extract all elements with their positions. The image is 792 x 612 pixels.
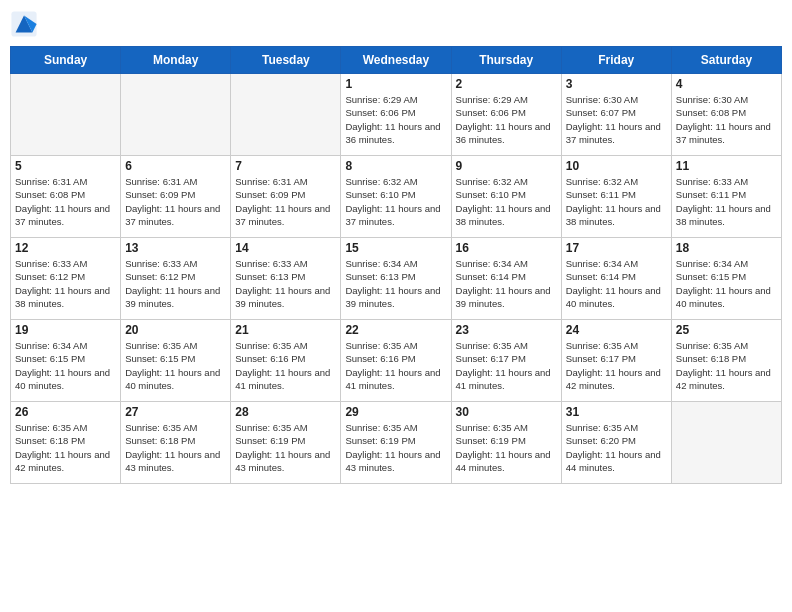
day-cell-19: 19Sunrise: 6:34 AM Sunset: 6:15 PM Dayli… <box>11 320 121 402</box>
day-cell-24: 24Sunrise: 6:35 AM Sunset: 6:17 PM Dayli… <box>561 320 671 402</box>
day-cell-13: 13Sunrise: 6:33 AM Sunset: 6:12 PM Dayli… <box>121 238 231 320</box>
day-number: 29 <box>345 405 446 419</box>
day-cell-14: 14Sunrise: 6:33 AM Sunset: 6:13 PM Dayli… <box>231 238 341 320</box>
week-row-4: 26Sunrise: 6:35 AM Sunset: 6:18 PM Dayli… <box>11 402 782 484</box>
header-row: SundayMondayTuesdayWednesdayThursdayFrid… <box>11 47 782 74</box>
day-number: 30 <box>456 405 557 419</box>
day-number: 16 <box>456 241 557 255</box>
cell-info: Sunrise: 6:31 AM Sunset: 6:09 PM Dayligh… <box>235 175 336 228</box>
day-number: 17 <box>566 241 667 255</box>
day-number: 15 <box>345 241 446 255</box>
cell-info: Sunrise: 6:35 AM Sunset: 6:18 PM Dayligh… <box>125 421 226 474</box>
day-cell-31: 31Sunrise: 6:35 AM Sunset: 6:20 PM Dayli… <box>561 402 671 484</box>
day-number: 19 <box>15 323 116 337</box>
day-number: 14 <box>235 241 336 255</box>
logo-icon <box>10 10 38 38</box>
week-row-1: 5Sunrise: 6:31 AM Sunset: 6:08 PM Daylig… <box>11 156 782 238</box>
cell-info: Sunrise: 6:32 AM Sunset: 6:11 PM Dayligh… <box>566 175 667 228</box>
day-number: 23 <box>456 323 557 337</box>
cell-info: Sunrise: 6:35 AM Sunset: 6:17 PM Dayligh… <box>566 339 667 392</box>
empty-cell <box>11 74 121 156</box>
day-cell-1: 1Sunrise: 6:29 AM Sunset: 6:06 PM Daylig… <box>341 74 451 156</box>
empty-cell <box>121 74 231 156</box>
day-number: 6 <box>125 159 226 173</box>
cell-info: Sunrise: 6:34 AM Sunset: 6:15 PM Dayligh… <box>15 339 116 392</box>
day-cell-6: 6Sunrise: 6:31 AM Sunset: 6:09 PM Daylig… <box>121 156 231 238</box>
day-cell-27: 27Sunrise: 6:35 AM Sunset: 6:18 PM Dayli… <box>121 402 231 484</box>
day-cell-3: 3Sunrise: 6:30 AM Sunset: 6:07 PM Daylig… <box>561 74 671 156</box>
day-header-sunday: Sunday <box>11 47 121 74</box>
day-number: 31 <box>566 405 667 419</box>
day-cell-23: 23Sunrise: 6:35 AM Sunset: 6:17 PM Dayli… <box>451 320 561 402</box>
day-cell-2: 2Sunrise: 6:29 AM Sunset: 6:06 PM Daylig… <box>451 74 561 156</box>
cell-info: Sunrise: 6:29 AM Sunset: 6:06 PM Dayligh… <box>345 93 446 146</box>
day-header-monday: Monday <box>121 47 231 74</box>
cell-info: Sunrise: 6:35 AM Sunset: 6:15 PM Dayligh… <box>125 339 226 392</box>
week-row-0: 1Sunrise: 6:29 AM Sunset: 6:06 PM Daylig… <box>11 74 782 156</box>
cell-info: Sunrise: 6:30 AM Sunset: 6:07 PM Dayligh… <box>566 93 667 146</box>
day-cell-10: 10Sunrise: 6:32 AM Sunset: 6:11 PM Dayli… <box>561 156 671 238</box>
day-cell-15: 15Sunrise: 6:34 AM Sunset: 6:13 PM Dayli… <box>341 238 451 320</box>
cell-info: Sunrise: 6:35 AM Sunset: 6:19 PM Dayligh… <box>235 421 336 474</box>
day-number: 9 <box>456 159 557 173</box>
day-cell-21: 21Sunrise: 6:35 AM Sunset: 6:16 PM Dayli… <box>231 320 341 402</box>
day-cell-5: 5Sunrise: 6:31 AM Sunset: 6:08 PM Daylig… <box>11 156 121 238</box>
day-number: 12 <box>15 241 116 255</box>
day-cell-28: 28Sunrise: 6:35 AM Sunset: 6:19 PM Dayli… <box>231 402 341 484</box>
day-cell-26: 26Sunrise: 6:35 AM Sunset: 6:18 PM Dayli… <box>11 402 121 484</box>
cell-info: Sunrise: 6:34 AM Sunset: 6:15 PM Dayligh… <box>676 257 777 310</box>
day-number: 22 <box>345 323 446 337</box>
day-number: 27 <box>125 405 226 419</box>
day-number: 21 <box>235 323 336 337</box>
empty-cell <box>671 402 781 484</box>
day-number: 13 <box>125 241 226 255</box>
day-cell-22: 22Sunrise: 6:35 AM Sunset: 6:16 PM Dayli… <box>341 320 451 402</box>
day-cell-20: 20Sunrise: 6:35 AM Sunset: 6:15 PM Dayli… <box>121 320 231 402</box>
cell-info: Sunrise: 6:33 AM Sunset: 6:12 PM Dayligh… <box>15 257 116 310</box>
day-cell-17: 17Sunrise: 6:34 AM Sunset: 6:14 PM Dayli… <box>561 238 671 320</box>
cell-info: Sunrise: 6:29 AM Sunset: 6:06 PM Dayligh… <box>456 93 557 146</box>
day-number: 20 <box>125 323 226 337</box>
day-number: 5 <box>15 159 116 173</box>
cell-info: Sunrise: 6:35 AM Sunset: 6:20 PM Dayligh… <box>566 421 667 474</box>
cell-info: Sunrise: 6:32 AM Sunset: 6:10 PM Dayligh… <box>345 175 446 228</box>
cell-info: Sunrise: 6:31 AM Sunset: 6:09 PM Dayligh… <box>125 175 226 228</box>
day-cell-29: 29Sunrise: 6:35 AM Sunset: 6:19 PM Dayli… <box>341 402 451 484</box>
day-cell-16: 16Sunrise: 6:34 AM Sunset: 6:14 PM Dayli… <box>451 238 561 320</box>
day-cell-9: 9Sunrise: 6:32 AM Sunset: 6:10 PM Daylig… <box>451 156 561 238</box>
day-header-thursday: Thursday <box>451 47 561 74</box>
cell-info: Sunrise: 6:35 AM Sunset: 6:16 PM Dayligh… <box>345 339 446 392</box>
day-number: 11 <box>676 159 777 173</box>
cell-info: Sunrise: 6:32 AM Sunset: 6:10 PM Dayligh… <box>456 175 557 228</box>
day-cell-30: 30Sunrise: 6:35 AM Sunset: 6:19 PM Dayli… <box>451 402 561 484</box>
cell-info: Sunrise: 6:34 AM Sunset: 6:14 PM Dayligh… <box>456 257 557 310</box>
day-number: 1 <box>345 77 446 91</box>
week-row-2: 12Sunrise: 6:33 AM Sunset: 6:12 PM Dayli… <box>11 238 782 320</box>
day-cell-11: 11Sunrise: 6:33 AM Sunset: 6:11 PM Dayli… <box>671 156 781 238</box>
day-number: 25 <box>676 323 777 337</box>
day-cell-4: 4Sunrise: 6:30 AM Sunset: 6:08 PM Daylig… <box>671 74 781 156</box>
day-cell-8: 8Sunrise: 6:32 AM Sunset: 6:10 PM Daylig… <box>341 156 451 238</box>
calendar-table: SundayMondayTuesdayWednesdayThursdayFrid… <box>10 46 782 484</box>
week-row-3: 19Sunrise: 6:34 AM Sunset: 6:15 PM Dayli… <box>11 320 782 402</box>
cell-info: Sunrise: 6:35 AM Sunset: 6:18 PM Dayligh… <box>15 421 116 474</box>
day-cell-18: 18Sunrise: 6:34 AM Sunset: 6:15 PM Dayli… <box>671 238 781 320</box>
header <box>10 10 782 38</box>
cell-info: Sunrise: 6:31 AM Sunset: 6:08 PM Dayligh… <box>15 175 116 228</box>
cell-info: Sunrise: 6:35 AM Sunset: 6:19 PM Dayligh… <box>456 421 557 474</box>
day-cell-25: 25Sunrise: 6:35 AM Sunset: 6:18 PM Dayli… <box>671 320 781 402</box>
cell-info: Sunrise: 6:35 AM Sunset: 6:19 PM Dayligh… <box>345 421 446 474</box>
day-header-tuesday: Tuesday <box>231 47 341 74</box>
day-header-friday: Friday <box>561 47 671 74</box>
day-number: 10 <box>566 159 667 173</box>
cell-info: Sunrise: 6:33 AM Sunset: 6:12 PM Dayligh… <box>125 257 226 310</box>
day-number: 24 <box>566 323 667 337</box>
cell-info: Sunrise: 6:34 AM Sunset: 6:13 PM Dayligh… <box>345 257 446 310</box>
cell-info: Sunrise: 6:30 AM Sunset: 6:08 PM Dayligh… <box>676 93 777 146</box>
cell-info: Sunrise: 6:35 AM Sunset: 6:17 PM Dayligh… <box>456 339 557 392</box>
day-cell-12: 12Sunrise: 6:33 AM Sunset: 6:12 PM Dayli… <box>11 238 121 320</box>
day-header-wednesday: Wednesday <box>341 47 451 74</box>
day-number: 18 <box>676 241 777 255</box>
day-number: 7 <box>235 159 336 173</box>
day-number: 8 <box>345 159 446 173</box>
